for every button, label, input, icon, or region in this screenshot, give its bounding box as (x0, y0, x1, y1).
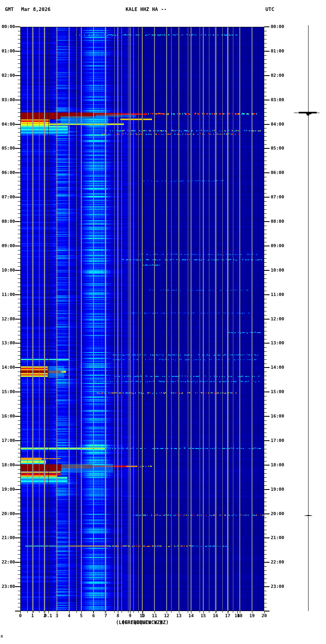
hour-label-left: 18:00 (0, 463, 15, 468)
hour-label-left: 09:00 (0, 244, 15, 248)
hour-label-left: 17:00 (0, 438, 15, 443)
log-freq-tick-label: 1 (136, 614, 150, 618)
log-freq-tick-label: 10 (230, 614, 244, 618)
hour-label-left: 22:00 (0, 560, 15, 565)
hour-label-right: 16:00 (271, 414, 284, 419)
hour-label-left: 08:00 (0, 219, 15, 224)
hour-label-left: 10:00 (0, 268, 15, 273)
hour-label-right: 02:00 (271, 73, 284, 78)
hour-label-left: 04:00 (0, 122, 15, 127)
hour-label-right: 10:00 (271, 268, 284, 273)
hour-label-left: 13:00 (0, 341, 15, 346)
hour-label-right: 19:00 (271, 487, 284, 492)
hour-label-left: 03:00 (0, 98, 15, 102)
freq-tick-label: 12 (160, 614, 174, 618)
freq-tick-label: 1 (26, 614, 39, 618)
freq-tick-label: 7 (99, 614, 113, 618)
hour-label-right: 23:00 (271, 584, 284, 589)
hour-label-left: 00:00 (0, 24, 15, 29)
hour-label-left: 23:00 (0, 584, 15, 589)
hour-label-right: 07:00 (271, 195, 284, 200)
hour-label-right: 01:00 (271, 49, 284, 54)
hour-label-left: 14:00 (0, 365, 15, 370)
hour-label-left: 06:00 (0, 170, 15, 175)
freq-tick-label: 6 (87, 614, 100, 618)
hour-label-left: 15:00 (0, 389, 15, 394)
freq-tick-label: 15 (196, 614, 210, 618)
hour-label-left: 11:00 (0, 292, 15, 297)
hour-label-right: 21:00 (271, 535, 284, 540)
hour-label-left: 01:00 (0, 49, 15, 54)
hour-label-left: 05:00 (0, 146, 15, 151)
hour-label-right: 06:00 (271, 170, 284, 175)
freq-tick-label: 19 (245, 614, 259, 618)
hour-label-right: 22:00 (271, 560, 284, 565)
spectrogram-canvas (0, 0, 326, 644)
freq-tick-label: 5 (74, 614, 88, 618)
hour-label-right: 14:00 (271, 365, 284, 370)
hour-label-right: 04:00 (271, 122, 284, 127)
hour-label-left: 19:00 (0, 487, 15, 492)
freq-tick-label: 16 (209, 614, 222, 618)
hour-label-left: 02:00 (0, 73, 15, 78)
hour-label-right: 15:00 (271, 389, 284, 394)
log-freq-axis-caption: (LOG FREQUENCY HZ) (81, 620, 203, 625)
freq-tick-label: 13 (172, 614, 186, 618)
corner-artifact: M (1, 635, 3, 639)
freq-tick-label: 11 (148, 614, 161, 618)
hour-label-right: 03:00 (271, 98, 284, 102)
freq-tick-label: 9 (123, 614, 137, 618)
hour-label-right: 05:00 (271, 146, 284, 151)
hour-label-right: 13:00 (271, 341, 284, 346)
hour-label-left: 16:00 (0, 414, 15, 419)
log-freq-tick-label: 0.1 (41, 614, 55, 618)
hour-label-right: 11:00 (271, 292, 284, 297)
hour-label-left: 07:00 (0, 195, 15, 200)
timezone-right-label: UTC (265, 7, 274, 12)
freq-tick-label: 20 (257, 614, 271, 618)
hour-label-right: 09:00 (271, 244, 284, 248)
freq-tick-label: 8 (111, 614, 125, 618)
station-title: KALE HHZ HA -- (126, 7, 167, 12)
freq-tick-label: 14 (184, 614, 198, 618)
hour-label-right: 08:00 (271, 219, 284, 224)
spectrogram-page: GMT Mar 8,2026 KALE HHZ HA -- UTC 00:000… (0, 0, 326, 644)
hour-label-right: 17:00 (271, 438, 284, 443)
hour-label-right: 00:00 (271, 24, 284, 29)
date-label: Mar 8,2026 (21, 7, 50, 12)
freq-tick-label: 4 (62, 614, 76, 618)
hour-label-right: 12:00 (271, 317, 284, 322)
timezone-left-label: GMT (5, 7, 14, 12)
hour-label-left: 12:00 (0, 317, 15, 322)
hour-label-right: 18:00 (271, 463, 284, 468)
hour-label-left: 21:00 (0, 535, 15, 540)
hour-label-right: 20:00 (271, 511, 284, 516)
freq-tick-label: 0 (13, 614, 27, 618)
hour-label-left: 20:00 (0, 511, 15, 516)
